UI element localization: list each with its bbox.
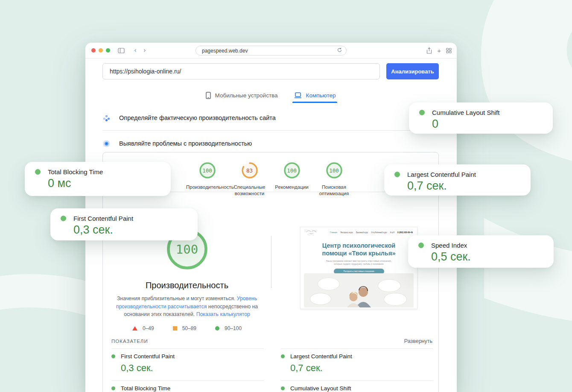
section-divider <box>102 130 439 131</box>
site-logo-icon <box>305 229 318 236</box>
green-dot-icon <box>418 243 424 248</box>
floating-card-fcp-value: 0,3 сек. <box>73 223 187 237</box>
red-triangle-icon <box>132 326 137 331</box>
tab-mobile-label: Мобильные устройства <box>215 92 278 99</box>
metrics-grid: First Contentful Paint 0,3 сек. Largest … <box>103 347 438 392</box>
couple-photo <box>339 285 379 307</box>
site-nav: Главная Экспресс-курс Базовый курс Углуб… <box>330 231 413 234</box>
metric-tbt-label: Total Blocking Time <box>121 385 170 392</box>
thought-cloud <box>310 293 331 305</box>
metric-tbt: Total Blocking Time 0 мс <box>111 380 264 392</box>
gauge-best-practices-score: 100 <box>283 162 301 179</box>
tab-overview-icon[interactable] <box>446 48 452 53</box>
tab-desktop-label: Компьютер <box>306 92 336 99</box>
floating-card-cls-label: Cumulative Layout Shift <box>432 109 499 116</box>
address-bar[interactable]: pagespeed.web.dev <box>196 46 347 56</box>
green-dot-icon <box>111 386 115 390</box>
toolbar-right-icons: + <box>426 43 452 59</box>
gauge-performance-label: Производительность <box>186 184 228 190</box>
site-phone: 8 (800) 600-89-49 <box>397 231 413 234</box>
calc-link-2[interactable]: Показать калькулятор <box>196 311 250 317</box>
floating-card-speed-index: Speed Index 0,5 сек. <box>408 235 554 268</box>
green-dot-icon <box>419 110 425 115</box>
gauge-best-practices[interactable]: 100 Рекомендации <box>271 162 313 192</box>
floating-card-fcp-label: First Contentful Paint <box>73 215 133 222</box>
legend-poor: 0–49 <box>132 325 154 331</box>
analyze-row: Анализировать <box>102 63 439 79</box>
metric-lcp-value: 0,7 сек. <box>290 363 433 374</box>
floating-card-fcp: First Contentful Paint 0,3 сек. <box>50 208 198 240</box>
floating-card-speed-index-label: Speed Index <box>431 242 467 249</box>
gauge-accessibility-score: 83 <box>241 162 258 179</box>
green-dot-icon <box>111 354 115 358</box>
field-data-icon <box>102 114 111 122</box>
site-nav-item: Базовый курс <box>356 231 368 234</box>
legend-good: 90–100 <box>215 325 242 331</box>
green-circle-icon <box>215 326 219 331</box>
metric-fcp-value: 0,3 сек. <box>121 363 264 374</box>
metric-cls-label: Cumulative Layout Shift <box>290 385 351 392</box>
browser-toolbar: ‹ › pagespeed.web.dev + <box>85 43 457 59</box>
traffic-lights <box>91 48 110 53</box>
column-divider <box>271 236 271 288</box>
green-dot-icon <box>281 354 285 358</box>
disclaimer-text-1: Значения приблизительные и могут изменят… <box>117 295 237 301</box>
floating-card-tbt-label: Total Blocking Time <box>48 168 103 176</box>
orange-square-icon <box>173 326 177 331</box>
new-tab-icon[interactable]: + <box>437 47 441 54</box>
legend-poor-range: 0–49 <box>143 325 154 331</box>
tab-mobile[interactable]: Мобильные устройства <box>204 91 280 103</box>
address-bar-url: pagespeed.web.dev <box>202 48 248 54</box>
thought-cloud <box>318 278 340 290</box>
green-dot-icon <box>35 169 41 175</box>
score-legend: 0–49 50–89 90–100 <box>103 325 271 333</box>
metrics-title: ПОКАЗАТЕЛИ <box>111 339 148 344</box>
floating-card-cls: Cumulative Layout Shift 0 <box>409 102 553 134</box>
close-window-icon[interactable] <box>91 48 96 53</box>
site-heading-line1: Центр психологической <box>301 242 417 249</box>
site-screenshot: Главная Экспресс-курс Базовый курс Углуб… <box>300 227 417 309</box>
thought-cloud <box>378 279 401 292</box>
field-data-section: Определяйте фактическую производительнос… <box>102 111 439 124</box>
floating-card-lcp-value: 0,7 сек. <box>407 179 520 193</box>
metric-fcp: First Contentful Paint 0,3 сек. <box>111 348 264 380</box>
floating-card-speed-index-value: 0,5 сек. <box>431 250 543 263</box>
metric-lcp-label: Largest Contentful Paint <box>290 353 352 360</box>
device-tabs: Мобильные устройства Компьютер <box>102 91 439 103</box>
site-header: Главная Экспресс-курс Базовый курс Углуб… <box>301 227 417 237</box>
gauge-accessibility[interactable]: 83 Специальные возможности <box>228 162 271 192</box>
analyze-button[interactable]: Анализировать <box>386 63 439 79</box>
metrics-expand-link[interactable]: Развернуть <box>404 338 432 344</box>
performance-disclaimer: Значения приблизительные и могут изменят… <box>107 295 267 319</box>
green-dot-icon <box>281 386 285 390</box>
lab-data-icon <box>102 140 111 148</box>
reload-icon[interactable] <box>337 47 342 54</box>
floating-card-tbt-value: 0 мс <box>48 177 161 190</box>
floating-card-tbt: Total Blocking Time 0 мс <box>25 162 171 196</box>
site-nav-item: Главная <box>330 231 337 234</box>
metric-cls: Cumulative Layout Shift 0 <box>281 380 433 392</box>
background-letter-s: S <box>445 0 572 392</box>
site-hero-image <box>304 273 414 307</box>
site-nav-item: Экспресс-курс <box>340 231 353 234</box>
site-heading-line2: помощи «Твои крылья» <box>301 249 417 257</box>
back-icon[interactable]: ‹ <box>131 47 140 54</box>
floating-card-cls-value: 0 <box>432 117 543 131</box>
zoom-window-icon[interactable] <box>106 48 110 53</box>
gauge-seo[interactable]: 100 Поисковая оптимизация <box>313 162 355 192</box>
floating-card-lcp: Largest Contentful Paint 0,7 сек. <box>384 164 531 196</box>
share-icon[interactable] <box>426 47 432 54</box>
forward-icon[interactable]: › <box>140 47 149 54</box>
floating-card-lcp-label: Largest Contentful Paint <box>407 171 476 178</box>
tab-desktop[interactable]: Компьютер <box>292 91 338 103</box>
legend-average: 50–89 <box>173 325 196 331</box>
gauge-performance[interactable]: 100 Производительность <box>186 162 228 192</box>
url-input[interactable] <box>102 63 380 79</box>
gauge-performance-score: 100 <box>199 162 216 179</box>
site-paragraph: Наша программа поможет вам построить сча… <box>323 260 395 266</box>
sidebar-toggle-icon[interactable] <box>118 48 125 53</box>
minimize-window-icon[interactable] <box>99 48 103 53</box>
field-data-title: Определяйте фактическую производительнос… <box>119 114 276 121</box>
green-dot-icon <box>61 216 66 221</box>
thought-cloud <box>384 293 407 306</box>
